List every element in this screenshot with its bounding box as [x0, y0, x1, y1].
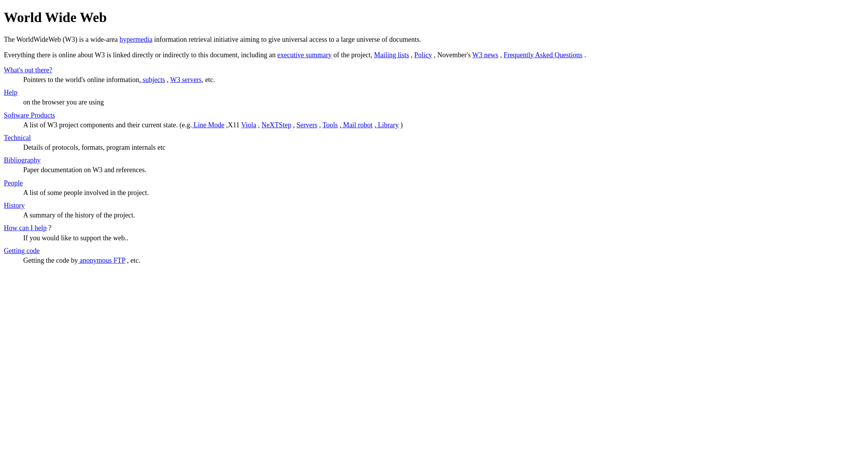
- list-item-desc: A summary of the history of the project.: [23, 210, 864, 220]
- list-item-desc-link[interactable]: anonymous FTP: [78, 257, 125, 264]
- intro-paragraph-2: Everything there is online about W3 is l…: [4, 50, 864, 60]
- list-item-term-link[interactable]: What's out there?: [4, 66, 52, 74]
- list-item-term: Bibliography: [4, 156, 864, 165]
- items-list: What's out there?Pointers to the world's…: [4, 65, 864, 265]
- list-item-term: What's out there?: [4, 65, 864, 75]
- list-item: HistoryA summary of the history of the p…: [4, 201, 864, 220]
- hypermedia-link[interactable]: hypermedia: [120, 36, 152, 43]
- list-item-desc: on the browser you are using: [23, 98, 864, 107]
- intro2-text5: ,: [498, 51, 504, 59]
- list-item-desc: A list of W3 project components and thei…: [23, 120, 864, 130]
- intro2-text3: ,: [409, 51, 414, 59]
- faq-link[interactable]: Frequently Asked Questions: [504, 51, 583, 59]
- list-item-desc: Details of protocols, formats, program i…: [23, 143, 864, 152]
- list-item-term-link[interactable]: History: [4, 202, 25, 209]
- list-item-term-link[interactable]: Technical: [4, 134, 31, 142]
- list-item-term-link[interactable]: Help: [4, 89, 17, 96]
- intro2-text1: Everything there is online about W3 is l…: [4, 51, 277, 59]
- list-item-term: History: [4, 201, 864, 210]
- list-item-term: People: [4, 178, 864, 188]
- intro1-after: information retrieval initiative aiming …: [152, 36, 421, 43]
- list-item-term-link[interactable]: Software Products: [4, 111, 55, 119]
- list-item-desc-link[interactable]: Tools: [323, 121, 338, 129]
- intro2-text4: , November's: [432, 51, 472, 59]
- list-item-desc-link[interactable]: Servers: [296, 121, 317, 129]
- intro-paragraph-1: The WorldWideWeb (W3) is a wide-area hyp…: [4, 35, 864, 44]
- list-item: Getting codeGetting the code by anonymou…: [4, 246, 864, 265]
- w3-news-link[interactable]: W3 news: [472, 51, 498, 59]
- list-item-desc-link[interactable]: Mail robot: [341, 121, 372, 129]
- intro2-text2: of the project,: [331, 51, 374, 59]
- executive-summary-link[interactable]: executive summary: [277, 51, 331, 59]
- intro1-before: The WorldWideWeb (W3) is a wide-area: [4, 36, 120, 43]
- list-item-term-link[interactable]: Getting code: [4, 247, 39, 255]
- mailing-lists-link[interactable]: Mailing lists: [374, 51, 409, 59]
- list-item-term: How can I help ?: [4, 223, 864, 233]
- list-item: Helpon the browser you are using: [4, 88, 864, 107]
- list-item: What's out there?Pointers to the world's…: [4, 65, 864, 85]
- list-item-term: Help: [4, 88, 864, 98]
- list-item-desc-link[interactable]: Line Mode: [192, 121, 224, 129]
- list-item-desc: A list of some people involved in the pr…: [23, 188, 864, 198]
- list-item-term: Software Products: [4, 111, 864, 120]
- list-item: TechnicalDetails of protocols, formats, …: [4, 133, 864, 152]
- list-item-desc-link[interactable]: Viola: [241, 121, 256, 129]
- list-item-term: Getting code: [4, 246, 864, 256]
- list-item-desc: Paper documentation on W3 and references…: [23, 165, 864, 175]
- list-item-desc-link[interactable]: Library: [376, 121, 398, 129]
- intro2-text6: .: [583, 51, 586, 59]
- list-item-desc-link[interactable]: NeXTStep: [261, 121, 291, 129]
- list-item-desc: Getting the code by anonymous FTP , etc.: [23, 256, 864, 265]
- list-item-desc: Pointers to the world's online informati…: [23, 75, 864, 85]
- list-item-term-link[interactable]: How can I help: [4, 224, 46, 232]
- list-item-desc: If you would like to support the web..: [23, 233, 864, 243]
- page-title: World Wide Web: [4, 8, 864, 27]
- list-item-term-suffix: ?: [46, 224, 51, 232]
- list-item: BibliographyPaper documentation on W3 an…: [4, 156, 864, 175]
- list-item: Software ProductsA list of W3 project co…: [4, 111, 864, 130]
- list-item-term-link[interactable]: People: [4, 179, 23, 187]
- list-item: PeopleA list of some people involved in …: [4, 178, 864, 198]
- policy-link[interactable]: Policy: [414, 51, 432, 59]
- list-item-term-link[interactable]: Bibliography: [4, 156, 41, 164]
- list-item-term: Technical: [4, 133, 864, 143]
- list-item-desc-link[interactable]: subjects: [141, 76, 165, 84]
- list-item-desc-link[interactable]: W3 servers: [170, 76, 202, 84]
- list-item: How can I help ?If you would like to sup…: [4, 223, 864, 243]
